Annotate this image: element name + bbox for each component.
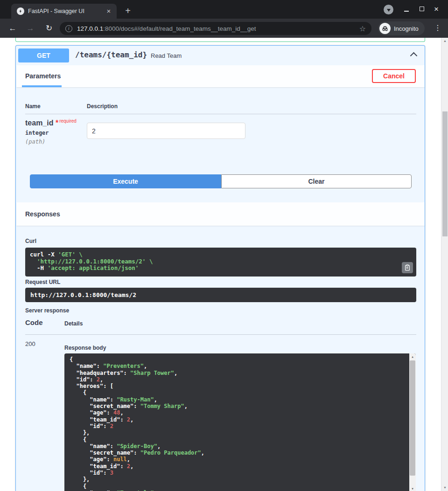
method-badge: GET: [18, 48, 69, 62]
response-body-label: Response body: [64, 345, 106, 351]
required-label: required: [59, 118, 77, 124]
back-button[interactable]: ←: [7, 22, 19, 35]
column-header-description: Description: [87, 103, 118, 110]
address-bar[interactable]: i 127.0.0.1:8000/docs#/default/read_team…: [60, 22, 371, 35]
response-body-block: { "name": "Preventers", "headquarters": …: [64, 353, 416, 491]
site-info-icon[interactable]: i: [65, 25, 72, 32]
param-type: integer: [25, 130, 49, 136]
response-scrollbar-thumb[interactable]: [410, 360, 415, 476]
required-star: *: [56, 119, 58, 127]
server-response-label: Server response: [25, 307, 69, 314]
window-maximize-button[interactable]: [417, 5, 427, 14]
url-path: :8000/docs#/default/read_team_teams__tea…: [103, 25, 256, 32]
column-header-details: Details: [64, 320, 83, 327]
incognito-badge: Incognito: [378, 21, 425, 35]
curl-label: Curl: [25, 238, 36, 244]
minimize-icon: [404, 11, 409, 12]
get-endpoint-block: GET /teams/{team_id} Read Team Parameter…: [15, 45, 425, 491]
curl-code-block: curl -X 'GET' \ 'http://127.0.0.1:8000/t…: [25, 248, 416, 277]
page-scrollbar[interactable]: ▲ ▼: [441, 38, 448, 491]
status-code: 200: [25, 340, 35, 347]
tab-search-icon: [387, 9, 391, 12]
scroll-up-icon[interactable]: ▲: [409, 353, 416, 360]
browser-tab[interactable]: FastAPI - Swagger UI ×: [11, 4, 117, 19]
param-name: team_id *required: [25, 118, 77, 127]
parameters-section-header: Parameters Cancel: [16, 65, 425, 87]
incognito-label: Incognito: [394, 25, 419, 32]
tab-search-button[interactable]: [384, 5, 393, 14]
fastapi-favicon-icon: [17, 7, 24, 15]
reload-button[interactable]: ↻: [43, 22, 55, 35]
endpoint-summary: Read Team: [151, 52, 182, 59]
bookmark-star-icon[interactable]: ☆: [359, 24, 366, 33]
execute-button[interactable]: Execute: [30, 174, 221, 188]
forward-button[interactable]: →: [24, 22, 36, 35]
endpoint-path: /teams/{team_id}: [75, 50, 147, 59]
page-content: GET /teams/{team_id} Read Team Parameter…: [0, 38, 448, 491]
team-id-input[interactable]: [87, 123, 245, 139]
url-text: 127.0.0.1:8000/docs#/default/read_team_t…: [77, 25, 256, 32]
page-scroll-up-icon[interactable]: ▲: [441, 38, 448, 44]
parameters-tab-underline: [22, 85, 62, 87]
page-scrollbar-thumb[interactable]: [442, 111, 448, 236]
tab-title: FastAPI - Swagger UI: [28, 8, 105, 14]
param-location: (path): [25, 138, 45, 145]
clear-button[interactable]: Clear: [221, 174, 412, 188]
curl-command: curl -X 'GET' \ 'http://127.0.0.1:8000/t…: [30, 251, 412, 272]
response-body-scrollbar[interactable]: ▲ ▼: [409, 353, 416, 491]
request-url-label: Request URL: [25, 279, 60, 285]
response-table-divider: [25, 334, 416, 335]
table-header-divider: [25, 114, 416, 114]
tab-close-icon[interactable]: ×: [105, 7, 113, 15]
responses-title: Responses: [25, 210, 60, 218]
browser-toolbar: ← → ↻ i 127.0.0.1:8000/docs#/default/rea…: [0, 19, 448, 38]
column-header-code: Code: [25, 318, 43, 326]
url-host: 127.0.0.1: [77, 25, 103, 32]
browser-menu-button[interactable]: ⋮: [432, 22, 443, 34]
new-tab-button[interactable]: +: [122, 6, 133, 17]
window-close-button[interactable]: ×: [432, 5, 441, 14]
incognito-icon: [379, 23, 391, 34]
endpoint-header[interactable]: GET /teams/{team_id} Read Team: [16, 46, 425, 65]
request-url-value: http://127.0.0.1:8000/teams/2: [25, 288, 416, 302]
response-body-json: { "name": "Preventers", "headquarters": …: [70, 356, 204, 491]
tab-parameters[interactable]: Parameters: [25, 72, 61, 80]
scroll-down-icon[interactable]: ▼: [409, 485, 416, 491]
cancel-button[interactable]: Cancel: [372, 69, 416, 83]
collapse-chevron-icon[interactable]: [410, 52, 418, 60]
window-minimize-button[interactable]: [402, 5, 411, 14]
copy-to-clipboard-button[interactable]: [402, 262, 413, 273]
maximize-icon: [420, 7, 424, 11]
previous-endpoint-block-edge: [15, 38, 425, 42]
page-scroll-down-icon[interactable]: ▼: [441, 484, 448, 491]
column-header-name: Name: [25, 103, 41, 110]
responses-section-header: Responses: [16, 202, 425, 226]
tab-bar: FastAPI - Swagger UI × + ×: [0, 0, 448, 19]
